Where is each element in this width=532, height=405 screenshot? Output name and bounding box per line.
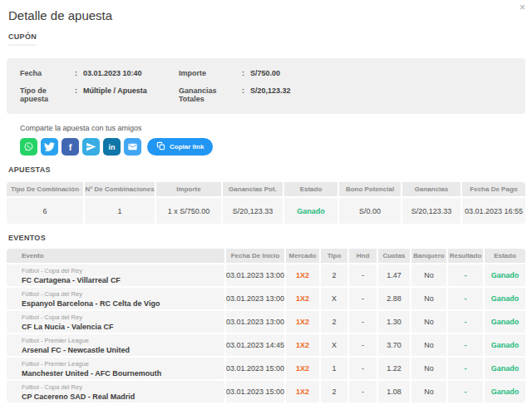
copy-link-label: Copiar link [170,143,204,151]
event-league: Fútbol - Copa del Rey [22,383,82,391]
field-ganancias-totales: Ganancias Totales : S/20,123.32 [179,86,512,103]
hnd-cell: - [349,288,377,309]
banquero-cell: No [411,358,446,379]
whatsapp-icon [23,141,34,152]
n-combinaciones-cell: 1 [85,198,155,224]
start-date-cell: 03.01.2023 15:00 [226,358,284,379]
field-label: Ganancias Totales [179,86,242,103]
field-value: Múltiple / Apuesta [83,86,147,103]
column-header: Mercado [286,249,319,263]
column-header: Ganancias [402,182,461,196]
event-cell: Fútbol - Premier League Arsenal FC - New… [7,334,224,356]
start-date-cell: 03.01.2023 13:00 [226,311,284,333]
column-header: Cuotas [378,249,410,263]
column-header: Evento [7,249,224,263]
event-name: CP Cacereno SAD - Real Madrid [22,393,135,401]
telegram-icon [86,141,96,152]
event-cell: Fútbol - Copa del Rey Espanyol Barcelona… [7,288,224,309]
market-cell: 1X2 [286,381,319,403]
column-header: Tipo De Combinación [7,182,83,196]
estado-badge: Ganado [485,311,525,333]
tipo-combinacion-cell: 6 [7,198,83,224]
banquero-cell: No [411,381,446,403]
telegram-share-button[interactable] [82,138,100,156]
event-cell: Fútbol - Copa del Rey FC Cartagena - Vil… [7,264,224,286]
apuestas-table: Tipo De Combinación N° De Combinaciones … [7,182,525,224]
resultado-cell: - [448,381,483,403]
estado-badge: Ganado [485,264,525,286]
page-title: Detalle de apuesta [8,8,525,22]
hnd-cell: - [349,358,377,379]
facebook-icon: f [69,142,72,152]
importe-cell: 1 x S/750.00 [156,198,221,224]
hnd-cell: - [349,264,377,286]
banquero-cell: No [411,264,446,286]
resultado-cell: - [448,264,483,286]
facebook-share-button[interactable]: f [62,138,79,156]
tipo-cell: 1 [321,358,347,379]
field-value: S/750.00 [250,69,280,77]
copy-link-button[interactable]: Copiar link [147,138,213,156]
resultado-cell: - [448,311,483,333]
resultado-cell: - [448,288,483,309]
estado-badge: Ganado [485,334,525,356]
column-header: Bono Potencial [339,182,401,196]
event-cell: Fútbol - Copa del Rey CP Cacereno SAD - … [7,381,224,403]
estado-badge: Ganado [485,288,525,309]
event-name: Arsenal FC - Newcastle United [22,346,130,354]
tipo-cell: 2 [321,311,347,333]
section-label-apuestas: APUESTAS [8,165,51,174]
resultado-cell: - [448,358,483,379]
linkedin-share-button[interactable]: in [103,138,121,156]
section-label-cupon: CUPÓN [8,32,37,46]
whatsapp-share-button[interactable] [20,138,37,156]
linkedin-icon: in [109,143,116,151]
column-header: Estado [485,249,525,263]
market-cell: 1X2 [286,264,319,286]
ganancias-pot-cell: S/20,123.33 [223,198,283,224]
event-name: Espanyol Barcelona - RC Celta de Vigo [22,299,160,308]
share-section: Comparte la apuesta con tus amigos f [20,124,525,156]
hnd-cell: - [349,311,377,333]
hnd-cell: - [349,381,377,403]
twitter-share-button[interactable] [41,138,58,156]
hnd-cell: - [349,334,377,356]
bono-potencial-cell: S/0.00 [339,198,401,224]
ganancias-cell: S/20,123.33 [402,198,461,224]
market-cell: 1X2 [286,288,319,309]
field-label: Importe [179,69,242,77]
cuotas-cell: 1.30 [378,311,410,333]
field-fecha: Fecha : 03.01.2023 10:40 [20,69,179,77]
tipo-cell: X [321,334,347,356]
column-header: Fecha De Inicio [226,249,284,263]
event-league: Fútbol - Premier League [22,337,89,344]
column-header: Fecha De Pago [462,182,525,196]
email-share-button[interactable] [124,138,141,156]
field-separator: : [242,86,244,103]
estado-badge: Ganado [284,198,337,224]
tipo-cell: X [321,288,347,309]
event-league: Fútbol - Copa del Rey [22,267,82,274]
start-date-cell: 03.01.2023 13:00 [226,288,284,309]
resultado-cell: - [448,334,483,356]
event-league: Fútbol - Copa del Rey [22,314,82,321]
start-date-cell: 03.01.2023 14:45 [226,334,284,356]
close-icon[interactable]: × [520,2,525,13]
event-cell: Fútbol - Copa del Rey CF La Nucia - Vale… [7,311,224,333]
event-league: Fútbol - Premier League [22,360,89,368]
estado-badge: Ganado [485,358,525,379]
tipo-cell: 2 [321,381,347,403]
field-value: 03.01.2023 10:40 [83,69,142,77]
section-label-eventos: EVENTOS [8,234,46,242]
field-separator: : [75,86,77,103]
share-text: Comparte la apuesta con tus amigos [20,124,525,132]
start-date-cell: 03.01.2023 13:00 [226,264,284,286]
field-value: S/20,123.32 [250,86,291,103]
field-label: Tipo de apuesta [20,86,75,103]
banquero-cell: No [411,334,446,356]
column-header: Hnd [349,249,377,263]
event-cell: Fútbol - Premier League Manchester Unite… [7,358,224,379]
column-header: Tipo [321,249,347,263]
fecha-pago-cell: 03.01.2023 16:55 [462,198,525,224]
field-label: Fecha [20,69,75,77]
